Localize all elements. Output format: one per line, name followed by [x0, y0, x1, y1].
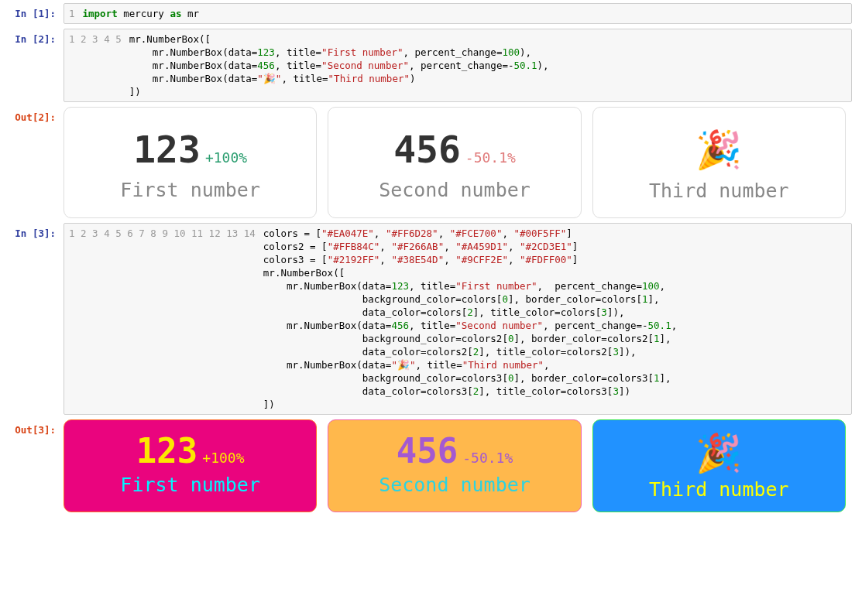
numberbox-1-colored: 123+100% First number	[64, 419, 317, 512]
numberbox-pct: +100%	[205, 149, 247, 166]
numberbox-3-colored: 🎉 Third number	[592, 419, 846, 512]
numberbox-title: Third number	[601, 478, 837, 501]
prompt-in-2: In [2]:	[3, 29, 64, 102]
cell-1: In [1]: 1 import mercury as mr	[3, 3, 852, 24]
code-input-1[interactable]: 1 import mercury as mr	[64, 3, 852, 24]
numberbox-data: 123	[136, 431, 197, 471]
output-3: 123+100% First number 456-50.1% Second n…	[64, 419, 852, 512]
party-popper-icon: 🎉	[601, 431, 837, 475]
prompt-out-2: Out[2]:	[3, 107, 64, 218]
cell-3: In [3]: 1 2 3 4 5 6 7 8 9 10 11 12 13 14…	[3, 223, 852, 415]
numberbox-title: First number	[72, 179, 308, 201]
line-gutter: 1	[69, 7, 83, 20]
party-popper-icon: 🎉	[601, 128, 837, 172]
numberbox-pct: -50.1%	[462, 450, 513, 466]
numberbox-title: Second number	[336, 474, 572, 496]
numberbox-data: 456	[397, 431, 458, 471]
numberbox-data: 456	[393, 128, 461, 171]
numberbox-2: 456-50.1% Second number	[328, 107, 581, 218]
numberbox-2-colored: 456-50.1% Second number	[328, 419, 581, 512]
prompt-in-1: In [1]:	[3, 3, 64, 24]
prompt-in-3: In [3]:	[3, 223, 64, 415]
code-input-3[interactable]: 1 2 3 4 5 6 7 8 9 10 11 12 13 14 colors …	[64, 223, 852, 415]
out-3: Out[3]: 123+100% First number 456-50.1% …	[3, 419, 852, 512]
line-gutter: 1 2 3 4 5 6 7 8 9 10 11 12 13 14	[69, 227, 263, 411]
numberbox-3: 🎉 Third number	[592, 107, 846, 218]
numberbox-title: Second number	[336, 179, 572, 201]
numberbox-title: First number	[72, 474, 308, 496]
cell-2: In [2]: 1 2 3 4 5 mr.NumberBox([ mr.Numb…	[3, 29, 852, 102]
code-input-2[interactable]: 1 2 3 4 5 mr.NumberBox([ mr.NumberBox(da…	[64, 29, 852, 102]
numberbox-data: 123	[133, 128, 201, 171]
numberbox-pct: +100%	[202, 450, 244, 466]
code-body: colors = ["#EA047E", "#FF6D28", "#FCE700…	[263, 227, 846, 411]
output-2: 123+100% First number 456-50.1% Second n…	[64, 107, 852, 218]
numberbox-pct: -50.1%	[465, 149, 516, 166]
code-body: mr.NumberBox([ mr.NumberBox(data=123, ti…	[129, 33, 846, 98]
numberbox-title: Third number	[601, 180, 837, 202]
prompt-out-3: Out[3]:	[3, 419, 64, 512]
line-gutter: 1 2 3 4 5	[69, 33, 129, 98]
out-2: Out[2]: 123+100% First number 456-50.1% …	[3, 107, 852, 218]
code-body: import mercury as mr	[83, 7, 846, 20]
numberbox-1: 123+100% First number	[64, 107, 317, 218]
